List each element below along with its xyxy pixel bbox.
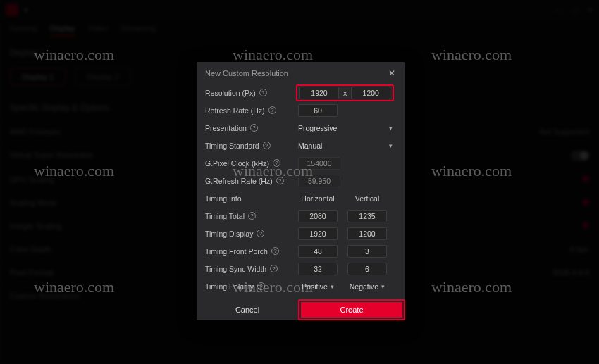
presentation-select[interactable]: Progressive ▾ (298, 124, 397, 132)
chevron-down-icon: ▾ (389, 125, 393, 132)
front-porch-h-input[interactable] (298, 245, 338, 258)
help-icon[interactable]: ? (250, 124, 258, 132)
sync-width-v-input[interactable] (347, 263, 387, 275)
help-icon[interactable]: ? (257, 230, 264, 237)
help-icon[interactable]: ? (259, 89, 267, 96)
create-button-highlight: Create (298, 299, 405, 320)
label-timing-info: Timing Info (205, 194, 242, 203)
refresh-rate-input[interactable] (298, 104, 338, 117)
front-porch-v-input[interactable] (347, 245, 387, 258)
col-horizontal: Horizontal (298, 194, 338, 203)
polarity-h-select[interactable]: Positive▾ (298, 282, 338, 291)
label-pixel-clock: G.Pixel Clock (kHz) (205, 159, 269, 168)
timing-total-h-input[interactable] (298, 210, 338, 222)
close-icon[interactable]: ✕ (387, 68, 397, 78)
g-refresh-field (298, 175, 340, 187)
resolution-width-input[interactable] (300, 87, 339, 99)
help-icon[interactable]: ? (248, 212, 256, 220)
help-icon[interactable]: ? (263, 142, 271, 149)
help-icon[interactable]: ? (271, 247, 279, 255)
help-icon[interactable]: ? (270, 265, 278, 272)
help-icon[interactable]: ? (276, 177, 284, 184)
label-timing-total: Timing Total (205, 212, 245, 220)
label-timing-display: Timing Display (205, 230, 253, 238)
label-refresh: Refresh Rate (Hz) (205, 106, 265, 115)
col-vertical: Vertical (347, 194, 387, 203)
label-presentation: Presentation (205, 124, 247, 132)
resolution-separator: x (343, 89, 347, 97)
timing-standard-select[interactable]: Manual ▾ (298, 142, 397, 150)
chevron-down-icon: ▾ (331, 283, 334, 290)
timing-display-v-input[interactable] (347, 227, 387, 240)
label-polarity: Timing Polarity (205, 282, 254, 291)
resolution-height-input[interactable] (351, 87, 390, 99)
pixel-clock-field (298, 157, 340, 170)
chevron-down-icon: ▾ (381, 283, 385, 290)
help-icon[interactable]: ? (268, 106, 276, 114)
timing-display-h-input[interactable] (298, 227, 338, 240)
resolution-highlight: x (296, 84, 394, 101)
help-icon[interactable]: ? (273, 159, 280, 167)
timing-total-v-input[interactable] (347, 210, 387, 222)
chevron-down-icon: ▾ (389, 142, 393, 149)
sync-width-h-input[interactable] (298, 263, 338, 275)
help-icon[interactable]: ? (257, 282, 265, 290)
label-front-porch: Timing Front Porch (205, 247, 268, 256)
label-sync-width: Timing Sync Width (205, 265, 266, 273)
polarity-v-select[interactable]: Negative▾ (347, 282, 387, 291)
custom-resolution-modal: New Custom Resolution ✕ Resolution (Px) … (197, 62, 405, 320)
label-resolution: Resolution (Px) (205, 89, 256, 97)
cancel-button[interactable]: Cancel (197, 299, 298, 320)
label-timing-standard: Timing Standard (205, 142, 259, 150)
label-g-refresh: G.Refresh Rate (Hz) (205, 177, 273, 185)
modal-title: New Custom Resolution (205, 69, 288, 77)
create-button[interactable]: Create (301, 302, 402, 318)
